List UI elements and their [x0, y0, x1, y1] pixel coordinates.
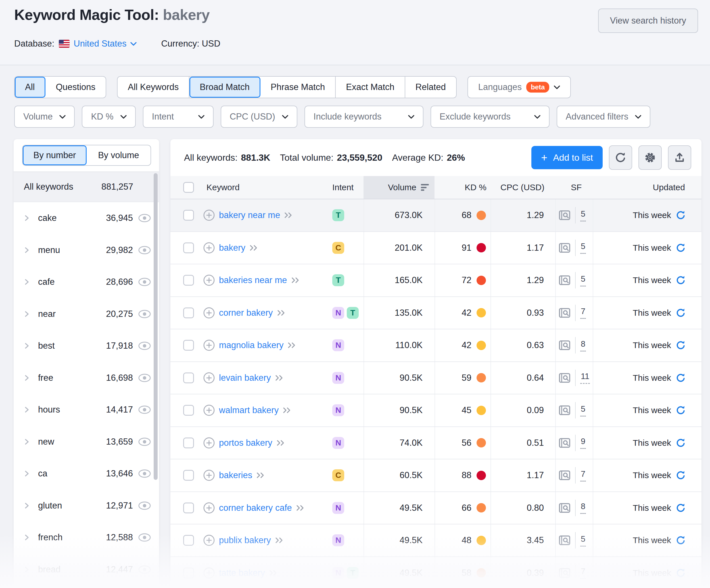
- column-header-volume[interactable]: Volume: [363, 176, 434, 199]
- serp-preview-icon[interactable]: [559, 340, 571, 351]
- add-to-list-button[interactable]: + Add to list: [531, 146, 602, 169]
- serp-preview-icon[interactable]: [559, 503, 571, 513]
- refresh-keyword-icon[interactable]: [676, 470, 686, 481]
- filter-include-keywords[interactable]: Include keywords: [304, 106, 423, 128]
- eye-icon[interactable]: [138, 437, 151, 446]
- sidebar-scrollbar[interactable]: [153, 173, 158, 480]
- refresh-keyword-icon[interactable]: [676, 340, 686, 350]
- filter-intent[interactable]: Intent: [143, 106, 214, 128]
- serp-preview-icon[interactable]: [559, 275, 571, 286]
- refresh-keyword-icon[interactable]: [676, 535, 686, 545]
- row-checkbox[interactable]: [183, 308, 194, 318]
- double-chevron-icon[interactable]: [277, 309, 286, 317]
- column-header-kd[interactable]: KD %: [434, 176, 491, 199]
- refresh-keyword-icon[interactable]: [676, 243, 686, 253]
- serp-preview-icon[interactable]: [559, 210, 571, 221]
- keyword-link[interactable]: publix bakery: [219, 535, 271, 545]
- add-keyword-icon[interactable]: [203, 209, 215, 221]
- row-checkbox[interactable]: [183, 470, 194, 481]
- serp-preview-icon[interactable]: [559, 535, 571, 546]
- keyword-link[interactable]: corner bakery: [219, 308, 273, 318]
- languages-dropdown[interactable]: Languages beta: [468, 77, 571, 98]
- row-checkbox[interactable]: [183, 438, 194, 448]
- double-chevron-icon[interactable]: [256, 472, 265, 479]
- sf-count-link[interactable]: 8: [580, 502, 586, 514]
- double-chevron-icon[interactable]: [275, 537, 284, 544]
- double-chevron-icon[interactable]: [250, 244, 258, 251]
- add-keyword-icon[interactable]: [203, 404, 215, 416]
- tab-broad-match[interactable]: Broad Match: [189, 77, 260, 98]
- keyword-group-row[interactable]: bread 12,447: [14, 554, 159, 586]
- tab-all[interactable]: All: [15, 77, 45, 98]
- add-keyword-icon[interactable]: [203, 307, 215, 319]
- row-checkbox[interactable]: [183, 535, 194, 546]
- add-keyword-icon[interactable]: [203, 274, 215, 286]
- filter-volume[interactable]: Volume: [14, 106, 75, 128]
- eye-icon[interactable]: [138, 405, 151, 414]
- sf-count-link[interactable]: 11: [580, 372, 590, 384]
- refresh-button[interactable]: [609, 145, 632, 170]
- serp-preview-icon[interactable]: [559, 405, 571, 416]
- tab-related[interactable]: Related: [405, 77, 456, 98]
- keyword-link[interactable]: tatte bakery: [219, 568, 265, 578]
- serp-preview-icon[interactable]: [559, 243, 571, 253]
- export-button[interactable]: [668, 145, 691, 170]
- keyword-link[interactable]: bakeries: [219, 470, 252, 481]
- double-chevron-icon[interactable]: [275, 374, 284, 382]
- add-keyword-icon[interactable]: [203, 339, 215, 351]
- keyword-link[interactable]: walmart bakery: [219, 405, 279, 415]
- column-header-keyword[interactable]: Keyword: [203, 176, 332, 199]
- serp-preview-icon[interactable]: [559, 438, 571, 448]
- tab-phrase-match[interactable]: Phrase Match: [260, 77, 336, 98]
- serp-preview-icon[interactable]: [559, 372, 571, 383]
- sf-count-link[interactable]: 5: [580, 274, 586, 287]
- row-checkbox[interactable]: [183, 340, 194, 351]
- keyword-group-row[interactable]: menu 29,982: [14, 234, 159, 266]
- keyword-link[interactable]: bakeries near me: [219, 275, 287, 285]
- keyword-group-row[interactable]: ca 13,646: [14, 458, 159, 490]
- toggle-by-number[interactable]: By number: [23, 145, 87, 165]
- add-keyword-icon[interactable]: [203, 372, 215, 384]
- column-header-updated[interactable]: Updated: [593, 176, 702, 199]
- refresh-keyword-icon[interactable]: [676, 438, 686, 448]
- refresh-keyword-icon[interactable]: [676, 373, 686, 383]
- filter-advanced[interactable]: Advanced filters: [557, 106, 650, 128]
- keyword-link[interactable]: portos bakery: [219, 438, 273, 448]
- select-all-checkbox[interactable]: [183, 182, 194, 193]
- sf-count-link[interactable]: 8: [580, 339, 586, 351]
- double-chevron-icon[interactable]: [276, 439, 285, 447]
- filter-cpc[interactable]: CPC (USD): [221, 106, 297, 128]
- keyword-group-row[interactable]: cake 36,945: [14, 202, 159, 234]
- refresh-keyword-icon[interactable]: [676, 568, 686, 578]
- column-header-intent[interactable]: Intent: [332, 176, 363, 199]
- eye-icon[interactable]: [138, 214, 151, 223]
- sf-count-link[interactable]: 5: [580, 534, 586, 546]
- keyword-link[interactable]: magnolia bakery: [219, 340, 283, 350]
- add-keyword-icon[interactable]: [203, 437, 215, 449]
- keyword-group-row[interactable]: near 20,275: [14, 298, 159, 330]
- tab-exact-match[interactable]: Exact Match: [336, 77, 405, 98]
- keyword-group-row[interactable]: gluten 12,971: [14, 490, 159, 522]
- double-chevron-icon[interactable]: [283, 407, 292, 414]
- tab-all-keywords[interactable]: All Keywords: [118, 77, 189, 98]
- sf-count-link[interactable]: 5: [580, 404, 586, 417]
- sf-count-link[interactable]: 5: [580, 209, 586, 221]
- add-keyword-icon[interactable]: [203, 502, 215, 514]
- eye-icon[interactable]: [138, 501, 151, 510]
- refresh-keyword-icon[interactable]: [676, 503, 686, 513]
- keyword-group-row[interactable]: french 12,588: [14, 521, 159, 554]
- serp-preview-icon[interactable]: [559, 470, 571, 481]
- refresh-keyword-icon[interactable]: [676, 405, 686, 415]
- sf-count-link[interactable]: 7: [580, 307, 586, 319]
- keyword-link[interactable]: corner bakery cafe: [219, 503, 292, 513]
- view-search-history-button[interactable]: View search history: [598, 8, 698, 33]
- sf-count-link[interactable]: 7: [580, 469, 586, 482]
- row-checkbox[interactable]: [183, 243, 194, 253]
- refresh-keyword-icon[interactable]: [676, 275, 686, 285]
- serp-preview-icon[interactable]: [559, 308, 571, 318]
- eye-icon[interactable]: [138, 310, 151, 319]
- eye-icon[interactable]: [138, 373, 151, 383]
- keyword-group-row[interactable]: best 17,918: [14, 330, 159, 362]
- toggle-by-volume[interactable]: By volume: [87, 145, 150, 165]
- keyword-link[interactable]: levain bakery: [219, 373, 271, 383]
